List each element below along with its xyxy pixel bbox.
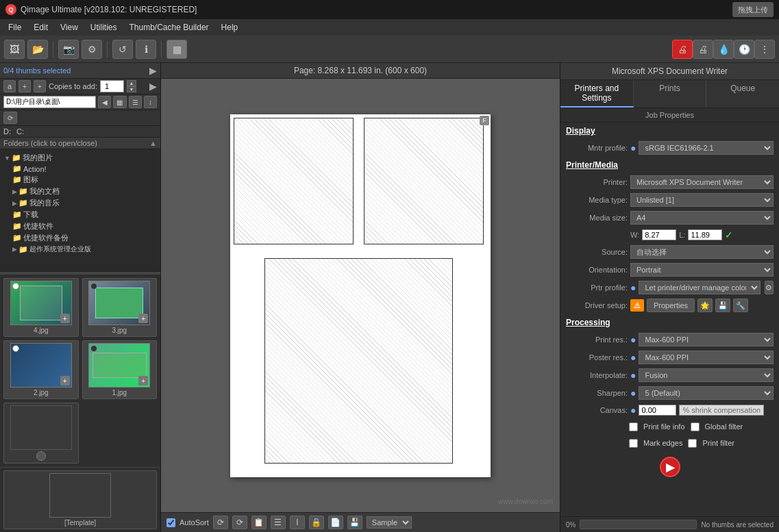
ink-button[interactable]: 💧 [713,40,734,59]
grid-view-btn[interactable]: ▦ [113,96,126,108]
center-footer-btn4[interactable]: ☰ [271,516,286,529]
drive-c-label[interactable]: C: [16,127,24,136]
open-button[interactable]: 📂 [27,40,48,59]
center-footer-btn6[interactable]: 🔒 [309,516,324,529]
tab-queue[interactable]: Queue [706,80,779,107]
print-filter-checkbox[interactable] [688,439,697,448]
tree-item-download[interactable]: 📁 下载 [3,209,158,220]
nav-arrow[interactable]: ▶ [149,65,157,76]
driver-icon2[interactable]: 💾 [715,299,730,312]
driver-icon1[interactable]: 🌟 [697,299,713,312]
menu-file[interactable]: File [3,21,27,34]
center-footer-btn5[interactable]: I [290,516,305,529]
add2-btn[interactable]: + [34,80,46,92]
center-footer-btn8[interactable]: 💾 [347,516,362,529]
mark-edges-label: Mark edges [643,439,682,447]
settings-button[interactable]: ⚙ [82,40,102,59]
autosort-checkbox[interactable] [166,518,175,527]
menu-edit[interactable]: Edit [28,21,53,34]
interpolate-select[interactable]: Fusion [639,368,774,382]
tree-item-root[interactable]: ▼ 📁 我的图片 [3,152,158,164]
add-btn[interactable]: + [18,80,31,92]
drive-d-label[interactable]: D: [3,127,11,136]
nav-right[interactable]: ▶ [149,81,157,92]
source-select[interactable]: 自动选择 [630,245,774,259]
tab-prints[interactable]: Prints [634,80,707,107]
properties-button[interactable]: Properties [647,299,695,312]
print-button[interactable]: 🖨 [672,40,693,59]
info-button[interactable]: ℹ [136,40,156,59]
path-input[interactable] [3,96,96,108]
undo-button[interactable]: ↺ [112,40,133,59]
print-res-select[interactable]: Max-600 PPI [639,333,774,346]
tree-item-enterprise[interactable]: ▶ 📁 超作系统管理企业版 [3,244,158,255]
global-filter-checkbox[interactable] [691,422,700,431]
tab-printers-settings[interactable]: Printers and Settings [560,80,634,107]
media-size-select[interactable]: A4 [630,211,774,225]
printer-icon[interactable]: 🖨 [693,40,713,59]
center-footer-btn1[interactable]: ⟳ [213,516,228,529]
center-footer-btn7[interactable]: 📄 [328,516,343,529]
copies-input[interactable] [100,80,124,92]
length-input[interactable] [688,229,722,240]
tree-item-doc[interactable]: ▶ 📁 我的文档 [3,186,158,197]
tree-item-music[interactable]: ▶ 📁 我的音乐 [3,197,158,209]
mark-edges-checkbox[interactable] [629,439,638,448]
prtr-tools-icon[interactable]: ⚙ [765,281,774,294]
amazon-btn[interactable]: a [3,80,16,92]
mntr-dot: ● [630,142,636,153]
canvas-input[interactable] [639,405,676,416]
sharpen-select[interactable]: 5 (Default) [639,386,774,400]
thumb-add-4[interactable]: + [60,314,70,323]
template-cell[interactable]: [Template] [3,470,157,529]
mntr-profile-select[interactable]: sRGB IEC61966-2.1 [639,141,774,155]
grid-button[interactable]: ▦ [166,40,187,59]
tree-item-software[interactable]: 📁 优捷软件 [3,220,158,232]
media-type-select[interactable]: Unlisted [1] [630,193,774,207]
thumb-add-3[interactable]: + [138,314,148,323]
print-file-info-checkbox[interactable] [629,422,638,431]
media-type-row: Media type: Unlisted [1] [560,191,779,209]
thumb-add-1[interactable]: + [138,376,148,385]
thumb-image-4: + [10,281,72,325]
printer-select[interactable]: Microsoft XPS Document Writer [630,175,774,189]
driver-icon3[interactable]: 🔧 [733,299,748,312]
more-button[interactable]: ⋮ [754,40,775,59]
global-filter-label: Global filter [705,422,743,431]
new-button[interactable]: 🖼 [4,40,25,59]
thumb-cell-2[interactable]: + 2.jpg [3,340,79,399]
back-btn[interactable]: ◀ [98,96,111,108]
poster-res-select[interactable]: Max-600 PPI [639,351,774,364]
prtr-profile-select[interactable]: Let printer/driver manage color [639,281,760,294]
refresh-btn[interactable]: ⟳ [3,112,17,124]
empty-thumb-btn[interactable] [36,451,46,461]
copies-up[interactable]: ▲ [127,80,136,86]
tree-item-action[interactable]: 📁 Action! [3,164,158,174]
sort-btn[interactable]: ↕ [144,96,157,108]
toolbar-right: 🖨 🖨 💧 🕐 ⋮ [672,40,775,59]
menu-utilities[interactable]: Utilities [85,21,123,34]
upload-button[interactable]: 拖拽上传 [732,2,774,17]
thumb-add-2[interactable]: + [60,376,70,385]
print-action-button[interactable]: ▶ [660,457,680,477]
thumbs-selected[interactable]: 0/4 thumbs selected [3,66,71,75]
sample-select[interactable]: Sample [367,516,412,529]
list-view-btn[interactable]: ☰ [129,96,142,108]
thumb-cell-1[interactable]: + 1.jpg [82,340,158,399]
print-slot-2 [364,118,484,244]
center-footer-btn3[interactable]: 📋 [251,516,267,529]
tree-item-icon[interactable]: 📁 图标 [3,174,158,186]
clock-button[interactable]: 🕐 [734,40,754,59]
copies-down[interactable]: ▼ [127,86,136,92]
camera-button[interactable]: 📷 [58,40,79,59]
center-footer-btn2[interactable]: ⟳ [232,516,247,529]
menu-thumb-cache[interactable]: Thumb/Cache Builder [124,21,214,34]
thumb-cell-3[interactable]: + 3.jpg [82,278,158,337]
thumb-cell-4[interactable]: + 4.jpg [3,278,79,337]
width-input[interactable] [642,229,676,240]
menu-help[interactable]: Help [216,21,244,34]
menu-view[interactable]: View [55,21,84,34]
folder-collapse-btn[interactable]: ▲ [149,139,157,147]
orientation-select[interactable]: Portrait [630,263,774,277]
tree-item-backup[interactable]: 📁 优捷软件备份 [3,232,158,244]
